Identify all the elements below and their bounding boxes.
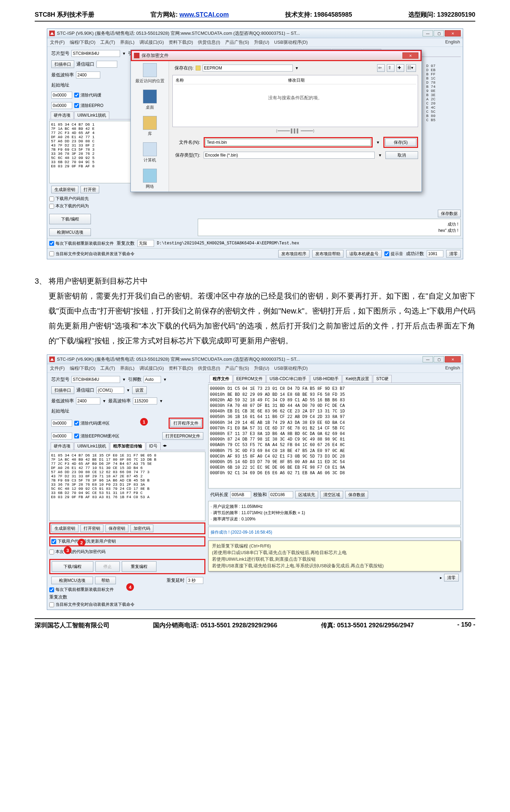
chk-update-key-2[interactable]: 下载用户代码前先更新用户密钥	[51, 538, 203, 544]
file-list[interactable]: 名称 修改日期 没有与搜索条件匹配的项。	[172, 75, 418, 127]
chip-select-2[interactable]	[71, 376, 120, 383]
save-data-button-2[interactable]: 保存数据	[345, 491, 368, 499]
maximize-button[interactable]: ▢	[434, 30, 444, 36]
clear-eeprom-checkbox[interactable]: 清除EEPRO	[74, 103, 103, 109]
menu-usbdriver-2[interactable]: USB驱动程序(D)	[274, 365, 308, 371]
nav-up-icon[interactable]: ⇧	[387, 64, 394, 72]
open-eeprom-file-button[interactable]: 打开EEPROM文件	[162, 432, 203, 440]
menu-english[interactable]: English	[445, 39, 460, 45]
encrypt-code-button[interactable]: 加密代码	[130, 525, 153, 532]
addr1-input[interactable]	[51, 92, 72, 99]
place-desktop[interactable]: 桌面	[143, 90, 157, 110]
chk-enc-code-1[interactable]: 本次下载的代码为	[49, 203, 195, 209]
com-port-select[interactable]	[96, 61, 117, 68]
menu-file-2[interactable]: 文件(F)	[50, 365, 65, 371]
place-computer[interactable]: 计算机	[143, 142, 157, 163]
col-name[interactable]: 名称	[176, 77, 184, 83]
menu-upgrade-2[interactable]: 升级(U)	[254, 365, 269, 371]
chk-autoload-1[interactable]: 当目标文件变化时自动装载并发送下载命令	[49, 251, 135, 257]
chk-update-key-1[interactable]: 下载用户代码前先	[49, 196, 195, 202]
clear-code-checkbox[interactable]: 清除代码缓	[74, 92, 101, 98]
addr1-input-2[interactable]	[51, 420, 72, 427]
tab-encrypt[interactable]: 程序加密后传输	[110, 442, 145, 450]
open-program-file-button[interactable]: 打开程序文件	[170, 419, 202, 427]
menu-english-2[interactable]: English	[445, 365, 460, 371]
save-in-folder[interactable]	[203, 65, 293, 72]
menu-tools-2[interactable]: 工具(T)	[100, 365, 115, 371]
col-date[interactable]: 修改日期	[288, 77, 305, 83]
nav-back-icon[interactable]: ⇦	[377, 64, 385, 72]
menu-program[interactable]: 编程/下载(O)	[70, 39, 95, 45]
menu-tools[interactable]: 工具(T)	[100, 39, 115, 45]
clear-area-button[interactable]: 清空区域	[320, 491, 343, 499]
read-disk-id-button[interactable]: 读取本机硬盘号	[346, 250, 382, 258]
site-link[interactable]: www.STCAI.com	[179, 11, 229, 18]
open-key-button-2[interactable]: 打开密钥	[80, 525, 103, 532]
gen-key-button[interactable]: 生成新密钥	[51, 186, 78, 193]
menu-debug[interactable]: 调试接口(G)	[139, 39, 164, 45]
fill-area-button[interactable]: 区域填充	[295, 491, 318, 499]
clear-count-button-2[interactable]: 清零	[444, 574, 459, 581]
chk-reinstall-1[interactable]: 每次下载前都重新装载目标文件	[49, 241, 114, 246]
help-button[interactable]: 帮助	[95, 577, 116, 584]
tabs-scroll-icon[interactable]: ◂▸	[161, 442, 168, 450]
save-button[interactable]: 保存(S)	[385, 139, 416, 146]
detect-mcu-button-1[interactable]: 检测MCU选项	[49, 228, 91, 236]
tab-id[interactable]: ID号	[146, 442, 161, 450]
filetype-select[interactable]	[204, 152, 375, 159]
menu-supply[interactable]: 供货信息(I)	[198, 39, 220, 45]
clear-eeprom-checkbox-2[interactable]: 清除EEPROM缓冲区	[74, 433, 119, 439]
open-key-button[interactable]: 打开密	[80, 186, 99, 193]
detect-mcu-button-2[interactable]: 检测MCU选项	[51, 577, 93, 584]
stop-button[interactable]: 停止	[95, 561, 120, 572]
pins-select-2[interactable]	[144, 376, 161, 383]
addr2-input-2[interactable]	[51, 433, 72, 440]
scan-port-button[interactable]: 扫描串口	[51, 60, 74, 68]
menu-ads-2[interactable]: 产品广告(S)	[225, 365, 249, 371]
com-port-select-2[interactable]	[96, 387, 124, 394]
addr2-input[interactable]	[51, 102, 72, 109]
publish-help-button[interactable]: 发布项目帮助	[312, 250, 343, 258]
menu-supply-2[interactable]: 供货信息(I)	[198, 365, 220, 371]
program-hex-view[interactable]: 00000h D1 C5 04 1E 73 23 01 C8 D4 7D FA …	[208, 384, 461, 488]
retry-count-1[interactable]	[137, 240, 154, 247]
menu-program-2[interactable]: 编程/下载(O)	[70, 365, 95, 371]
save-data-button-1[interactable]: 保存数据	[438, 210, 461, 217]
place-libraries[interactable]: 库	[143, 116, 157, 137]
tab-hardware-2[interactable]: 硬件选项	[51, 442, 74, 450]
chk-autoload-2[interactable]: 当目标文件变化时自动装载并发送下载命令	[49, 602, 205, 608]
minimize-button[interactable]: —	[423, 30, 433, 36]
tab-keil-2[interactable]: Keil仿真设置	[342, 375, 372, 383]
menu-debug-2[interactable]: 调试接口(G)	[139, 365, 164, 371]
menu-upgrade[interactable]: 升级(U)	[254, 39, 269, 45]
maximize-button-2[interactable]: ▢	[434, 356, 444, 362]
tab-u8w-2[interactable]: U8W/Link1脱机	[74, 442, 109, 450]
reprogram-button[interactable]: 重复编程	[122, 561, 156, 572]
tab-prog-file-2[interactable]: 程序文件	[210, 375, 232, 383]
chk-sound-1[interactable]: 提示音	[384, 251, 403, 257]
chip-select[interactable]	[71, 50, 120, 57]
save-key-button[interactable]: 保存密钥	[105, 525, 128, 532]
filename-input[interactable]	[205, 139, 371, 146]
place-network[interactable]: 网络	[143, 169, 157, 190]
scroll-right-icon[interactable]: ▸	[440, 575, 442, 580]
minimize-button-2[interactable]: —	[423, 356, 433, 362]
tab-u8w[interactable]: U8W/Link1脱机	[74, 111, 109, 119]
save-dialog-close[interactable]: ✕	[402, 52, 418, 59]
cancel-button[interactable]: 取消	[385, 151, 418, 159]
menu-usbdriver[interactable]: USB驱动程序(D)	[274, 39, 308, 45]
new-folder-icon[interactable]: ✚	[397, 64, 404, 72]
tab-usb-hid-2[interactable]: USB-HID助手	[310, 375, 342, 383]
tab-eeprom-file-2[interactable]: EEPROM文件	[233, 375, 266, 383]
tab-usb-cdc-2[interactable]: USB-CDC/串口助手	[266, 375, 309, 383]
menu-ui[interactable]: 界面(L)	[120, 39, 135, 45]
min-baud-select[interactable]	[76, 72, 100, 78]
gen-key-button-2[interactable]: 生成新密钥	[51, 525, 78, 532]
tab-hardware[interactable]: 硬件选项	[51, 111, 74, 119]
close-button-2[interactable]: ✕	[445, 356, 461, 362]
retry-delay-input[interactable]	[187, 577, 203, 584]
place-recent[interactable]: 最近访问的位置	[135, 63, 164, 84]
download-button-2[interactable]: 下载/编程	[52, 561, 93, 572]
download-button-1[interactable]: 下载/编程	[49, 214, 91, 224]
menu-ads[interactable]: 产品广告(S)	[225, 39, 249, 45]
